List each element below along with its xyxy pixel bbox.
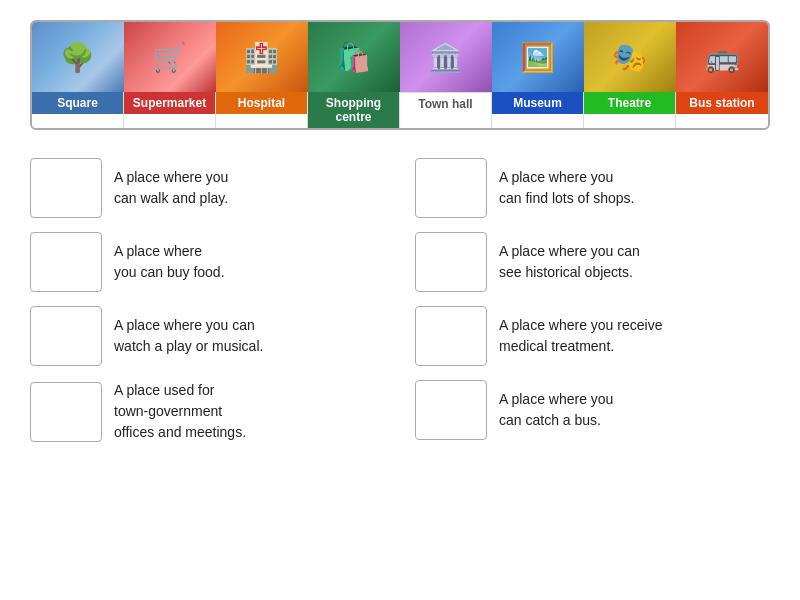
definition-text-def-busstation: A place where youcan catch a bus. <box>499 389 613 431</box>
place-label-square: Square <box>32 92 123 114</box>
drop-box-def-townhall[interactable] <box>30 382 102 442</box>
place-card-museum[interactable]: 🖼️Museum <box>492 22 584 128</box>
drop-box-def-theatre[interactable] <box>30 306 102 366</box>
drop-box-def-shopping[interactable] <box>415 158 487 218</box>
place-image-museum: 🖼️ <box>492 22 584 92</box>
place-label-theatre: Theatre <box>584 92 675 114</box>
place-card-supermarket[interactable]: 🛒Supermarket <box>124 22 216 128</box>
place-image-square: 🌳 <box>32 22 124 92</box>
definition-text-def-shopping: A place where youcan find lots of shops. <box>499 167 634 209</box>
hospital-icon: 🏥 <box>244 41 279 74</box>
place-image-theatre: 🎭 <box>584 22 676 92</box>
drop-box-def-supermarket[interactable] <box>30 232 102 292</box>
square-icon: 🌳 <box>60 41 95 74</box>
place-label-townhall: Town hall <box>400 92 491 115</box>
definition-text-def-townhall: A place used fortown-governmentoffices a… <box>114 380 246 443</box>
place-image-busstation: 🚌 <box>676 22 768 92</box>
match-row-def-square: A place where youcan walk and play. <box>30 158 385 218</box>
place-image-hospital: 🏥 <box>216 22 308 92</box>
townhall-icon: 🏛️ <box>428 41 463 74</box>
place-card-hospital[interactable]: 🏥Hospital <box>216 22 308 128</box>
image-strip: 🌳Square🛒Supermarket🏥Hospital🛍️Shopping c… <box>30 20 770 130</box>
definition-text-def-museum: A place where you cansee historical obje… <box>499 241 640 283</box>
place-label-hospital: Hospital <box>216 92 307 114</box>
place-card-busstation[interactable]: 🚌Bus station <box>676 22 768 128</box>
museum-icon: 🖼️ <box>520 41 555 74</box>
right-column: A place where youcan find lots of shops.… <box>415 158 770 443</box>
theatre-icon: 🎭 <box>612 41 647 74</box>
matching-area: A place where youcan walk and play.A pla… <box>30 158 770 443</box>
place-label-supermarket: Supermarket <box>124 92 215 114</box>
place-image-townhall: 🏛️ <box>400 22 492 92</box>
match-row-def-busstation: A place where youcan catch a bus. <box>415 380 770 440</box>
definition-text-def-theatre: A place where you canwatch a play or mus… <box>114 315 263 357</box>
place-card-theatre[interactable]: 🎭Theatre <box>584 22 676 128</box>
match-row-def-supermarket: A place whereyou can buy food. <box>30 232 385 292</box>
definition-text-def-hospital: A place where you receivemedical treatme… <box>499 315 662 357</box>
place-card-shopping[interactable]: 🛍️Shopping centre <box>308 22 400 128</box>
match-row-def-theatre: A place where you canwatch a play or mus… <box>30 306 385 366</box>
place-label-museum: Museum <box>492 92 583 114</box>
definition-text-def-square: A place where youcan walk and play. <box>114 167 228 209</box>
place-card-square[interactable]: 🌳Square <box>32 22 124 128</box>
busstation-icon: 🚌 <box>705 41 740 74</box>
place-card-townhall[interactable]: 🏛️Town hall <box>400 22 492 128</box>
shopping-icon: 🛍️ <box>336 41 371 74</box>
drop-box-def-hospital[interactable] <box>415 306 487 366</box>
match-row-def-townhall: A place used fortown-governmentoffices a… <box>30 380 385 443</box>
place-image-shopping: 🛍️ <box>308 22 400 92</box>
match-row-def-hospital: A place where you receivemedical treatme… <box>415 306 770 366</box>
place-image-supermarket: 🛒 <box>124 22 216 92</box>
drop-box-def-museum[interactable] <box>415 232 487 292</box>
drop-box-def-busstation[interactable] <box>415 380 487 440</box>
supermarket-icon: 🛒 <box>152 41 187 74</box>
place-label-shopping: Shopping centre <box>308 92 399 128</box>
match-row-def-museum: A place where you cansee historical obje… <box>415 232 770 292</box>
match-row-def-shopping: A place where youcan find lots of shops. <box>415 158 770 218</box>
drop-box-def-square[interactable] <box>30 158 102 218</box>
place-label-busstation: Bus station <box>676 92 768 114</box>
definition-text-def-supermarket: A place whereyou can buy food. <box>114 241 225 283</box>
left-column: A place where youcan walk and play.A pla… <box>30 158 385 443</box>
